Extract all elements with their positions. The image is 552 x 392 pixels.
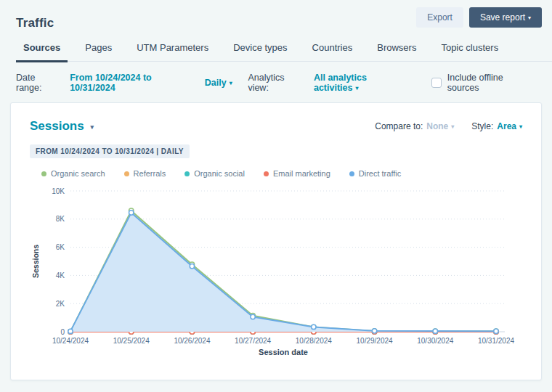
y-axis-tick-label: 0 — [60, 328, 65, 336]
y-axis-tick-label: 10K — [52, 187, 65, 195]
y-axis-tick-label: 8K — [56, 215, 65, 223]
tab-pages[interactable]: Pages — [78, 39, 119, 62]
x-axis-title: Session date — [259, 348, 308, 356]
legend-item-direct-traffic[interactable]: Direct traffic — [349, 169, 401, 178]
legend-dot-icon — [124, 171, 129, 176]
legend-label: Organic social — [194, 169, 245, 178]
tab-topic-clusters[interactable]: Topic clusters — [434, 39, 506, 62]
chevron-down-icon: ▾ — [451, 123, 454, 130]
x-axis-tick-label: 10/31/2024 — [478, 337, 514, 345]
x-axis-tick-label: 10/30/2024 — [417, 337, 453, 345]
legend-dot-icon — [184, 171, 190, 176]
legend-item-email-marketing[interactable]: Email marketing — [264, 169, 330, 178]
style-dropdown[interactable]: Area▾ — [497, 121, 522, 131]
filter-row: Date range: From 10/24/2024 to 10/31/202… — [16, 73, 536, 93]
y-axis-tick-label: 4K — [56, 271, 65, 279]
y-axis-title: Sessions — [31, 245, 40, 278]
offline-sources-label: Include offline sources — [447, 73, 536, 93]
date-range-label: Date range: — [16, 73, 62, 93]
y-axis-tick-label: 2K — [56, 300, 65, 308]
data-point-marker[interactable] — [251, 314, 255, 319]
x-axis-tick-label: 10/29/2024 — [357, 337, 393, 345]
data-point-marker[interactable] — [68, 329, 73, 333]
legend-item-organic-search[interactable]: Organic search — [41, 169, 105, 178]
data-point-marker[interactable] — [372, 329, 376, 333]
legend-dot-icon — [41, 171, 46, 176]
tab-utm-parameters[interactable]: UTM Parameters — [129, 39, 216, 62]
date-range-badge: FROM 10/24/2024 TO 10/31/2024 | DAILY — [30, 144, 190, 158]
sessions-title-dropdown[interactable]: Sessions ▾ — [30, 119, 94, 134]
header-actions: Export Save report▾ — [416, 7, 542, 28]
offline-sources-checkbox[interactable] — [431, 78, 442, 88]
tab-device-types[interactable]: Device types — [226, 39, 294, 62]
legend-label: Direct traffic — [359, 169, 401, 178]
page-title: Traffic — [16, 16, 54, 30]
chevron-down-icon: ▾ — [528, 15, 531, 21]
report-controls: Compare to: None▾ Style: Area▾ — [375, 121, 522, 131]
save-report-button-label: Save report — [480, 12, 525, 23]
sessions-report-card: Sessions ▾ Compare to: None▾ Style: Area… — [10, 102, 542, 380]
chart-legend: Organic searchReferralsOrganic socialEma… — [41, 169, 522, 178]
style-value: Area — [497, 121, 516, 131]
data-point-marker[interactable] — [433, 329, 437, 333]
legend-label: Referrals — [134, 169, 166, 178]
area-direct-traffic — [70, 213, 496, 332]
tab-sources[interactable]: Sources — [16, 39, 68, 62]
style-label: Style: — [471, 121, 493, 131]
x-axis-tick-label: 10/28/2024 — [296, 337, 332, 345]
analytics-view-dropdown[interactable]: All analytics activities▾ — [314, 73, 413, 93]
data-point-marker[interactable] — [129, 211, 134, 215]
chevron-down-icon: ▾ — [90, 123, 94, 131]
x-axis-tick-label: 10/24/2024 — [52, 337, 89, 345]
tab-countries[interactable]: Countries — [305, 39, 360, 62]
x-axis-tick-label: 10/27/2024 — [235, 337, 271, 345]
analytics-view-value: All analytics activities — [314, 73, 367, 93]
date-range-value[interactable]: From 10/24/2024 to 10/31/2024 — [70, 73, 198, 93]
legend-item-referrals[interactable]: Referrals — [124, 169, 166, 178]
top-bar: Traffic Export Save report▾ — [0, 0, 552, 30]
chevron-down-icon: ▾ — [355, 85, 358, 91]
legend-item-organic-social[interactable]: Organic social — [184, 169, 245, 178]
sessions-area-chart: 02K4K6K8K10K10/24/202410/25/202410/26/20… — [30, 184, 524, 361]
compare-to-dropdown[interactable]: None▾ — [426, 121, 454, 131]
save-report-button[interactable]: Save report▾ — [469, 7, 542, 28]
x-axis-tick-label: 10/26/2024 — [174, 337, 210, 345]
report-tabs: SourcesPagesUTM ParametersDevice typesCo… — [16, 39, 552, 62]
x-axis-tick-label: 10/25/2024 — [113, 337, 150, 345]
export-button[interactable]: Export — [416, 7, 463, 28]
data-point-marker[interactable] — [190, 264, 194, 269]
tab-browsers[interactable]: Browsers — [370, 39, 423, 62]
chevron-down-icon: ▾ — [519, 123, 522, 130]
legend-dot-icon — [264, 171, 269, 176]
export-button-label: Export — [427, 12, 452, 23]
sessions-title: Sessions — [30, 119, 84, 133]
frequency-dropdown[interactable]: Daily▾ — [205, 78, 232, 88]
analytics-view-label: Analytics view: — [248, 73, 307, 93]
report-header: Sessions ▾ Compare to: None▾ Style: Area… — [30, 119, 522, 134]
data-point-marker[interactable] — [312, 324, 316, 329]
frequency-value: Daily — [205, 78, 227, 88]
compare-to-label: Compare to: — [375, 121, 423, 131]
legend-label: Organic search — [51, 169, 105, 178]
chevron-down-icon: ▾ — [230, 80, 232, 86]
y-axis-tick-label: 6K — [56, 243, 65, 251]
data-point-marker[interactable] — [494, 329, 498, 333]
legend-label: Email marketing — [273, 169, 330, 178]
legend-dot-icon — [349, 171, 354, 176]
compare-to-value: None — [426, 121, 448, 131]
